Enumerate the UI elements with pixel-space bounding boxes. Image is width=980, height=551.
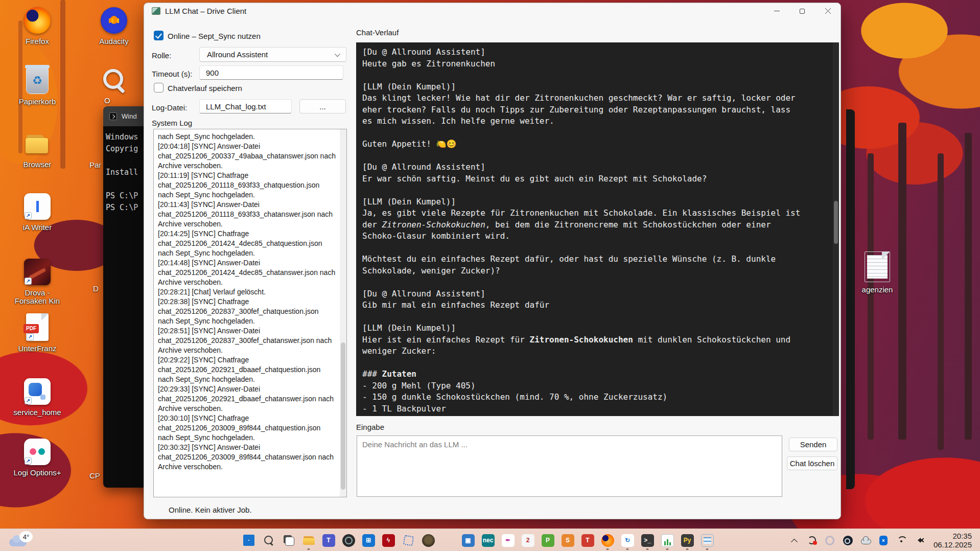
chat-line: Gib mir mal ein einfaches Rezept dafür: [362, 300, 829, 311]
timeout-input[interactable]: [199, 65, 343, 80]
taskbar-snipping-app-icon[interactable]: [402, 531, 415, 550]
save-chat-checkbox[interactable]: [154, 83, 164, 93]
shortcut-arrow-icon: ↗: [27, 333, 34, 340]
desktop-icon-label: Firefox: [26, 37, 49, 45]
window-titlebar[interactable]: LLM Chat – Drive Client: [144, 3, 841, 19]
log-entry: [20:29:33] [SYNC] Answer-Datei chat_2025…: [158, 384, 336, 414]
chat-line: es mich wissen. Ich helfe gerne weiter.: [362, 116, 829, 127]
python-app-glyph: Py: [681, 534, 694, 547]
desktop-icon-drova-forsaken-kin[interactable]: ↗Drova - Forsaken Kin: [9, 259, 65, 305]
taskbar-firefox-icon[interactable]: [601, 531, 614, 550]
taskbar-file-explorer-icon[interactable]: [302, 531, 315, 550]
running-indicator: [308, 548, 310, 550]
taskbar-python-app-icon[interactable]: Py: [681, 531, 694, 550]
log-entry: [20:29:22] [SYNC] Chatfrage chat_2025120…: [158, 355, 336, 384]
taskbar-task-view-icon[interactable]: [282, 531, 295, 550]
taskbar-presentations-icon[interactable]: S: [561, 531, 574, 550]
desktop-icon-label: agenzien: [862, 286, 893, 294]
taskbar-clock[interactable]: 20:35 06.12.2025: [934, 532, 972, 549]
chat-scrollbar-thumb[interactable]: [834, 201, 838, 244]
task-view-glyph: [283, 534, 295, 547]
tray-bluetooth-icon[interactable]: [878, 533, 889, 548]
taskbar-teams-icon[interactable]: T: [322, 531, 335, 550]
tray-sync-status-icon[interactable]: [806, 533, 818, 548]
log-entry: [20:11:19] [SYNC] Chatfrage chat_2025120…: [158, 171, 336, 200]
running-indicator: [706, 548, 709, 550]
logi-options-icon: ↗: [24, 439, 51, 465]
chat-line: - 1 Prise Salz: [362, 415, 829, 416]
desktop-icon-search-tool[interactable]: [86, 67, 142, 94]
chat-line: - 200 g Mehl (Type 405): [362, 380, 829, 392]
chat-history-box[interactable]: [Du @ Allround Assistent]Heute gab es Zi…: [356, 42, 839, 416]
notepad-glyph: [701, 534, 714, 547]
send-button[interactable]: Senden: [789, 438, 837, 451]
dev-app-glyph: [342, 534, 355, 547]
taskbar-diagram-app-icon[interactable]: [441, 531, 455, 550]
desktop-icon-audacity[interactable]: Audacity: [86, 7, 142, 45]
tray-volume-muted-icon[interactable]: [914, 533, 925, 548]
desktop-icon-recycle-bin[interactable]: ♻Papierkorb: [9, 67, 65, 106]
presentations-glyph: S: [562, 534, 574, 547]
online-checkbox[interactable]: [154, 31, 164, 40]
desktop-icon-ia-writer[interactable]: ↗iA Writer: [9, 193, 65, 232]
background-window-edge[interactable]: [846, 109, 855, 489]
shortcut-arrow-icon: ↗: [25, 457, 32, 465]
message-input[interactable]: [357, 435, 782, 497]
taskbar-nec-app-icon[interactable]: nec: [481, 531, 495, 550]
taskbar-media-app-icon[interactable]: ▣: [461, 531, 475, 550]
role-dropdown[interactable]: Allround Assistent: [199, 47, 346, 62]
tray-chevron-up-icon[interactable]: [788, 533, 800, 548]
maximize-button[interactable]: [789, 3, 815, 19]
taskbar-dev-app-icon[interactable]: [342, 531, 355, 550]
desktop-icon-service-home[interactable]: ↗service_home: [9, 378, 65, 417]
log-entry: [20:28:21] [Chat] Verlauf gelöscht.: [158, 287, 336, 297]
app-icon: [152, 7, 160, 15]
sync-app-glyph: ↻: [621, 534, 634, 547]
taskbar-game-app-icon[interactable]: [422, 531, 435, 550]
desktop-icon-label: Papierkorb: [19, 98, 56, 106]
chat-history-text: [Du @ Allround Assistent]Heute gab es Zi…: [362, 47, 829, 416]
taskbar-amd-app-icon[interactable]: ϟ: [382, 531, 395, 550]
taskbar-start-icon[interactable]: [242, 531, 255, 550]
chat-line: Möchtest du ein einfaches Rezept dafür, …: [362, 254, 829, 265]
chat-line: der Zitronen-Schokokuchen, bei dem die Z…: [362, 219, 829, 231]
microsoft-store-glyph: ⊞: [362, 534, 375, 547]
logfile-input[interactable]: [199, 99, 292, 113]
log-entry: [20:11:43] [SYNC] Answer-Datei chat_2025…: [158, 200, 336, 229]
desktop-icon-label: Browser: [23, 160, 51, 169]
tray-wifi-icon[interactable]: [896, 533, 907, 548]
log-entry: [20:28:51] [SYNC] Answer-Datei chat_2025…: [158, 326, 336, 355]
bluetooth-glyph: [879, 536, 888, 545]
tray-steam-icon[interactable]: [842, 533, 853, 548]
desktop-icon-document-agenzien[interactable]: agenzien: [849, 251, 905, 294]
weather-widget[interactable]: 4°: [6, 531, 42, 550]
tray-ring-app-icon[interactable]: [824, 533, 835, 548]
taskbar-log-viewer-icon[interactable]: [661, 531, 674, 550]
taskbar-search-icon[interactable]: [262, 531, 275, 550]
taskbar-notepad-icon[interactable]: [701, 531, 714, 550]
taskbar-powershell-icon[interactable]: >_: [641, 531, 654, 550]
taskbar-pen-app-icon[interactable]: ✒: [501, 531, 515, 550]
tray-cloud-storage-icon[interactable]: [860, 533, 871, 548]
taskbar-sync-app-icon[interactable]: ↻: [621, 531, 634, 550]
desktop-icon-firefox[interactable]: Firefox: [9, 7, 65, 45]
clear-chat-button[interactable]: Chat löschen: [787, 456, 837, 470]
system-log-scrollbar-thumb[interactable]: [341, 342, 345, 490]
taskbar-scheduler-app-icon[interactable]: 2: [521, 531, 534, 550]
browse-button[interactable]: ...: [299, 99, 346, 113]
cloud-storage-glyph: [860, 536, 871, 545]
chat-scrollbar[interactable]: [833, 42, 839, 416]
taskbar-microsoft-store-icon[interactable]: ⊞: [362, 531, 375, 550]
minimize-button[interactable]: [764, 3, 789, 19]
taskbar-planmaker-icon[interactable]: P: [541, 531, 554, 550]
file-explorer-glyph: [302, 534, 315, 547]
close-button[interactable]: [815, 3, 841, 19]
desktop-icon-logi-options[interactable]: ↗Logi Options+: [9, 439, 65, 477]
taskbar-textmaker-icon[interactable]: T: [581, 531, 594, 550]
desktop-icon-unterfranz-pdf[interactable]: PDF↗UnterFranz: [9, 313, 65, 353]
system-log-box[interactable]: nach Sept_Sync hochgeladen.[20:04:18] [S…: [153, 129, 347, 497]
log-entry: [20:30:10] [SYNC] Chatfrage chat_2025120…: [158, 414, 336, 443]
desktop-icon-browser-folder[interactable]: Browser: [9, 130, 65, 169]
desktop-icon-label: iA Writer: [23, 223, 52, 232]
system-log-scrollbar[interactable]: [340, 129, 346, 497]
